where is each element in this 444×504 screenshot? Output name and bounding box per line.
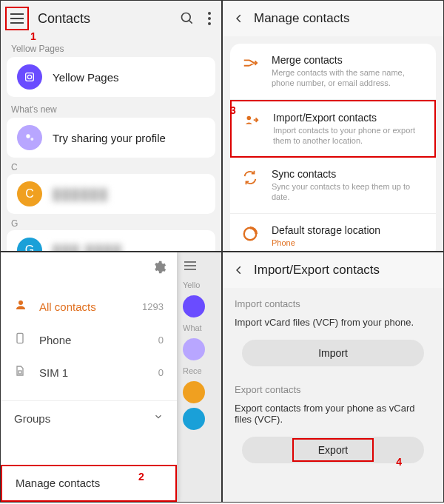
page-title: Manage contacts bbox=[254, 11, 349, 26]
bg-avatar bbox=[183, 338, 205, 360]
item-subtitle: Phone bbox=[272, 238, 424, 248]
svg-point-8 bbox=[30, 138, 33, 141]
item-label: Phone bbox=[39, 334, 158, 346]
import-export-header: Import/Export contacts bbox=[223, 252, 443, 288]
drawer-screen: Yello What Rece All contacts 1293 bbox=[0, 252, 222, 503]
import-section-label: Import contacts bbox=[223, 288, 443, 314]
annotation-1: 1 bbox=[30, 30, 36, 42]
svg-point-6 bbox=[27, 75, 31, 78]
groups-item[interactable]: Groups bbox=[1, 400, 177, 435]
item-title: Merge contacts bbox=[272, 54, 424, 66]
search-icon[interactable] bbox=[180, 11, 195, 26]
item-label: SIM 1 bbox=[39, 366, 158, 379]
svg-point-11 bbox=[18, 300, 23, 305]
background-list: Yello What Rece bbox=[177, 252, 221, 502]
sim-item[interactable]: SIM 1 0 bbox=[1, 356, 177, 389]
share-profile-item[interactable]: Try sharing your profile bbox=[7, 118, 215, 158]
back-icon[interactable] bbox=[230, 10, 248, 27]
default-storage-item[interactable]: Default storage location Phone bbox=[230, 214, 436, 252]
section-whats-new: What's new bbox=[1, 97, 221, 118]
contact-row[interactable]: C ██████ bbox=[7, 174, 215, 214]
item-count: 0 bbox=[158, 367, 164, 378]
yellow-pages-icon bbox=[17, 64, 42, 90]
settings-icon[interactable] bbox=[152, 260, 166, 278]
item-title: Default storage location bbox=[272, 224, 424, 236]
bg-avatar bbox=[183, 381, 205, 403]
storage-icon bbox=[242, 226, 261, 248]
manage-header: Manage contacts bbox=[223, 1, 443, 36]
phone-item[interactable]: Phone 0 bbox=[1, 323, 177, 356]
bg-label: Yello bbox=[177, 279, 221, 291]
profile-icon bbox=[17, 125, 42, 150]
svg-rect-5 bbox=[26, 73, 34, 81]
item-count: 1293 bbox=[142, 301, 164, 312]
svg-point-3 bbox=[208, 17, 211, 20]
contact-name: ██████ bbox=[53, 188, 109, 201]
sim-icon bbox=[14, 365, 29, 380]
item-title: Sync contacts bbox=[272, 168, 424, 180]
page-title: Contacts bbox=[38, 11, 180, 27]
import-export-icon bbox=[243, 113, 263, 147]
page-title: Import/Export contacts bbox=[254, 263, 380, 278]
item-label: Try sharing your profile bbox=[53, 132, 166, 144]
export-section-label: Export contacts bbox=[223, 374, 443, 400]
svg-rect-12 bbox=[17, 333, 23, 343]
bg-label: What bbox=[177, 322, 221, 334]
contacts-screen: Contacts 1 Yellow Pages Yellow Pages Wha… bbox=[0, 0, 222, 252]
menu-icon[interactable] bbox=[5, 7, 29, 30]
item-label: Yellow Pages bbox=[53, 71, 119, 84]
index-c: C bbox=[1, 158, 221, 174]
groups-label: Groups bbox=[14, 412, 50, 425]
svg-point-7 bbox=[26, 134, 30, 138]
yellow-pages-item[interactable]: Yellow Pages bbox=[7, 57, 215, 97]
bg-label: Rece bbox=[177, 365, 221, 377]
manage-label: Manage contacts bbox=[16, 477, 100, 489]
more-icon[interactable] bbox=[208, 12, 211, 25]
sync-icon bbox=[242, 169, 261, 203]
all-contacts-item[interactable]: All contacts 1293 bbox=[1, 289, 177, 323]
item-subtitle: Sync your contacts to keep them up to da… bbox=[272, 181, 424, 203]
item-subtitle: Merge contacts with the same name, phone… bbox=[272, 67, 424, 89]
import-export-item[interactable]: Import/Export contacts Import contacts t… bbox=[230, 100, 436, 158]
menu-icon[interactable] bbox=[177, 252, 221, 279]
manage-contacts-item[interactable]: Manage contacts bbox=[1, 465, 177, 502]
item-title: Import/Export contacts bbox=[273, 112, 423, 124]
sync-contacts-item[interactable]: Sync contacts Sync your contacts to keep… bbox=[230, 158, 436, 214]
annotation-4: 4 bbox=[396, 456, 402, 468]
index-g: G bbox=[1, 214, 221, 230]
manage-options-card: Merge contacts Merge contacts with the s… bbox=[230, 44, 436, 252]
item-count: 0 bbox=[158, 335, 164, 346]
contact-avatar: C bbox=[17, 181, 42, 206]
svg-point-9 bbox=[247, 115, 252, 120]
chevron-down-icon bbox=[153, 411, 164, 425]
item-subtitle: Import contacts to your phone or export … bbox=[273, 125, 423, 147]
contact-avatar: G bbox=[17, 238, 42, 252]
import-export-screen: Import/Export contacts Import contacts I… bbox=[222, 252, 444, 503]
bg-avatar bbox=[183, 295, 205, 317]
import-button[interactable]: Import bbox=[242, 340, 424, 366]
highlight-box bbox=[292, 438, 374, 462]
nav-drawer: All contacts 1293 Phone 0 SIM 1 0 Groups bbox=[1, 252, 177, 502]
manage-contacts-screen: Manage contacts 3 Merge contacts Merge c… bbox=[222, 0, 444, 252]
export-description: Export contacts from your phone as vCard… bbox=[223, 400, 443, 432]
annotation-3: 3 bbox=[230, 104, 236, 116]
import-description: Import vCard files (VCF) from your phone… bbox=[223, 314, 443, 335]
contact-row[interactable]: G ███ ████ bbox=[7, 230, 215, 252]
svg-rect-13 bbox=[18, 371, 21, 374]
phone-icon bbox=[14, 332, 29, 347]
svg-line-1 bbox=[189, 21, 192, 24]
svg-point-4 bbox=[208, 22, 211, 25]
button-label: Import bbox=[318, 347, 348, 359]
person-icon bbox=[14, 298, 29, 315]
merge-contacts-item[interactable]: Merge contacts Merge contacts with the s… bbox=[230, 44, 436, 100]
contact-name: ███ ████ bbox=[53, 244, 123, 252]
svg-point-0 bbox=[182, 13, 191, 22]
merge-icon bbox=[242, 56, 261, 89]
svg-point-2 bbox=[208, 12, 211, 15]
item-label: All contacts bbox=[39, 300, 142, 313]
annotation-2: 2 bbox=[138, 471, 144, 483]
back-icon[interactable] bbox=[230, 261, 248, 279]
bg-avatar bbox=[183, 408, 205, 430]
